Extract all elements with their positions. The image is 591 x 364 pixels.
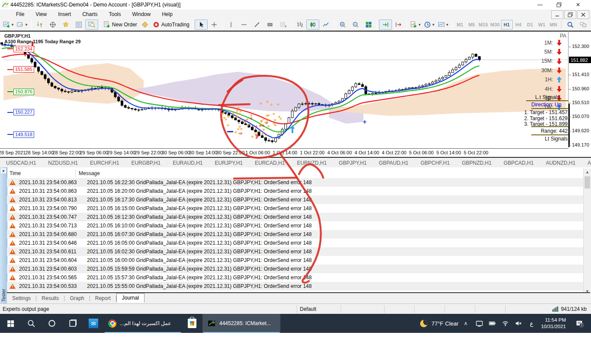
symbol-tab-usdcad[interactable]: USDCAD,H1 <box>0 160 42 166</box>
symbol-tab-nzdusd[interactable]: NZDUSD,H1 <box>42 160 84 166</box>
menu-item-window[interactable]: Window <box>127 10 157 19</box>
auto-scroll-button[interactable] <box>379 19 392 30</box>
line-chart-button[interactable] <box>319 19 332 30</box>
menu-item-charts[interactable]: Charts <box>77 10 103 19</box>
mdi-minimize-button[interactable] <box>551 10 563 19</box>
toolbar-search-button[interactable] <box>564 19 577 30</box>
taskbar-search-icon[interactable] <box>21 314 42 333</box>
metaeditor-button[interactable] <box>138 19 151 30</box>
start-button[interactable] <box>0 314 21 333</box>
menu-item-help[interactable]: Help <box>156 10 178 19</box>
timeframe-mn-button[interactable]: MN <box>548 20 559 29</box>
timeframe-h4-button[interactable]: H4 <box>513 20 524 29</box>
restore-button[interactable] <box>549 0 569 10</box>
journal-row[interactable]: 2021.10.31 23:54:00.6032021.10.05 15:59:… <box>7 265 583 273</box>
symbol-tab-audnzd[interactable]: AUDNZD,H1 <box>540 160 581 166</box>
battery-icon[interactable] <box>489 320 496 327</box>
menu-item-view[interactable]: View <box>30 10 52 19</box>
chat-button[interactable] <box>577 19 590 30</box>
rectangle-button[interactable] <box>263 19 276 30</box>
tester-tab-graph[interactable]: Graph <box>64 294 89 303</box>
market-watch-button[interactable] <box>33 19 46 30</box>
close-button[interactable]: ✕ <box>569 0 588 10</box>
chart-shift-button[interactable] <box>392 19 405 30</box>
profiles-button[interactable]: ▼ <box>16 19 29 30</box>
timeframe-m15-button[interactable]: M15 <box>478 20 489 29</box>
autotrading-button[interactable]: AutoTrading <box>151 19 191 30</box>
tester-tab-report[interactable]: Report <box>90 294 116 303</box>
timeframe-m1-button[interactable]: M1 <box>454 20 466 29</box>
minimize-button[interactable]: — <box>530 0 549 10</box>
menu-item-insert[interactable]: Insert <box>52 10 77 19</box>
symbol-tab-audcad[interactable]: AUDCAD,H1 <box>581 160 591 166</box>
language-indicator[interactable]: ع <box>530 320 533 327</box>
timeframe-d1-button[interactable]: D1 <box>524 20 536 29</box>
price-chart[interactable]: »»»»»»»»»»»»»»»»»»»»»»»»»»»»»»»»»»»»»»»»… <box>0 31 568 148</box>
cursor-button[interactable] <box>195 19 208 30</box>
tester-tab-results[interactable]: Results <box>36 294 64 303</box>
weather-moon-icon[interactable] <box>420 320 427 327</box>
symbol-tab-euraud[interactable]: EURAUD,H1 <box>167 160 209 166</box>
periods-button[interactable]: ▼ <box>423 19 437 30</box>
journal-row[interactable]: 2021.10.31 23:54:00.7472021.10.05 16:12:… <box>7 213 583 221</box>
level-label[interactable]: 151.585 <box>7 66 34 73</box>
chrome-task-button[interactable]: ...عمل اكسبرت لهذا الم <box>104 314 182 333</box>
vertical-line-button[interactable] <box>225 19 238 30</box>
level-label[interactable]: 149.518 <box>7 131 34 138</box>
level-label[interactable]: 152.234 <box>7 46 34 52</box>
menu-item-file[interactable]: File <box>10 10 30 19</box>
symbol-tab-gbpjpy[interactable]: GBPJPY,H1 <box>333 160 373 166</box>
menu-item-tools[interactable]: Tools <box>103 10 127 19</box>
cortana-icon[interactable] <box>42 314 62 333</box>
timeframe-w1-button[interactable]: W1 <box>536 20 548 29</box>
symbol-tab-eurcad[interactable]: EURCAD,H1 <box>249 160 291 166</box>
journal-row[interactable]: 2021.10.31 23:54:00.8632021.10.05 16:22:… <box>7 178 583 187</box>
volume-muted-icon[interactable] <box>515 320 522 327</box>
weather-temp[interactable]: 77°F <box>431 320 443 327</box>
journal-row[interactable]: 2021.10.31 23:54:00.5652021.10.05 15:57:… <box>7 273 583 282</box>
timeframe-h1-button[interactable]: H1 <box>501 20 513 29</box>
symbol-tab-gbpchf[interactable]: GBPCHF,H1 <box>414 160 456 166</box>
symbol-tab-eurchf[interactable]: EURCHF,H1 <box>84 160 125 166</box>
weather-desc[interactable]: Clear <box>445 320 459 327</box>
task-view-icon[interactable] <box>62 314 83 333</box>
journal-scrollbar[interactable]: ▲ ▼ <box>583 169 591 295</box>
journal-row[interactable]: 2021.10.31 23:54:00.6112021.10.05 16:02:… <box>7 247 583 256</box>
trendline-button[interactable] <box>251 19 263 30</box>
wifi-icon[interactable] <box>502 320 509 327</box>
journal-row[interactable]: 2021.10.31 23:54:00.8632021.10.05 16:20:… <box>7 187 583 195</box>
candlesticks-button[interactable] <box>306 19 319 30</box>
scrollbar-thumb[interactable] <box>585 176 590 188</box>
tray-chevron-icon[interactable]: ∧ <box>464 320 468 326</box>
zoom-in-button[interactable] <box>336 19 349 30</box>
mdi-restore-button[interactable] <box>564 10 576 19</box>
store-app-icon[interactable] <box>182 314 202 333</box>
journal-row[interactable]: 2021.10.31 23:54:00.7902021.10.05 16:15:… <box>7 204 583 213</box>
mdi-close-button[interactable] <box>577 10 589 19</box>
indicators-button[interactable]: ▼ <box>409 19 423 30</box>
timeframe-m5-button[interactable]: M5 <box>466 20 478 29</box>
new-chart-button[interactable]: ▼ <box>2 19 16 30</box>
terminal-button[interactable] <box>72 19 85 30</box>
strategy-tester-button[interactable] <box>85 19 98 30</box>
journal-row[interactable]: 2021.10.31 23:54:00.6462021.10.05 16:05:… <box>7 239 583 247</box>
journal-row[interactable]: 2021.10.31 23:54:00.6802021.10.05 16:07:… <box>7 230 583 239</box>
symbol-tab-eurnzd[interactable]: EURNZD,H1 <box>291 160 333 166</box>
tester-tab-settings[interactable]: Settings <box>7 294 36 303</box>
clock[interactable]: 11:54 PM 10/31/2021 <box>541 317 566 330</box>
zoom-out-button[interactable] <box>349 19 362 30</box>
journal-row[interactable]: 2021.10.31 23:54:00.6042021.10.05 16:00:… <box>7 256 583 265</box>
symbol-tab-eurgbp[interactable]: EURGBP,H1 <box>125 160 167 166</box>
scroll-up-icon[interactable]: ▲ <box>584 169 591 176</box>
navigator-button[interactable] <box>59 19 72 30</box>
data-window-button[interactable] <box>46 19 59 30</box>
tablet-mode-icon[interactable] <box>476 320 483 327</box>
templates-button[interactable]: ▼ <box>437 19 450 30</box>
mail-app-icon[interactable]: ✉ <box>83 314 104 333</box>
symbol-tab-eurjpy[interactable]: EURJPY,H1 <box>209 160 249 166</box>
symbol-tab-gbpcad[interactable]: GBPCAD,H1 <box>498 160 540 166</box>
tester-close-button[interactable]: x <box>1 168 6 173</box>
new-order-button[interactable]: New Order <box>102 19 138 30</box>
timeframe-m30-button[interactable]: M30 <box>489 20 501 29</box>
horizontal-line-button[interactable] <box>238 19 251 30</box>
